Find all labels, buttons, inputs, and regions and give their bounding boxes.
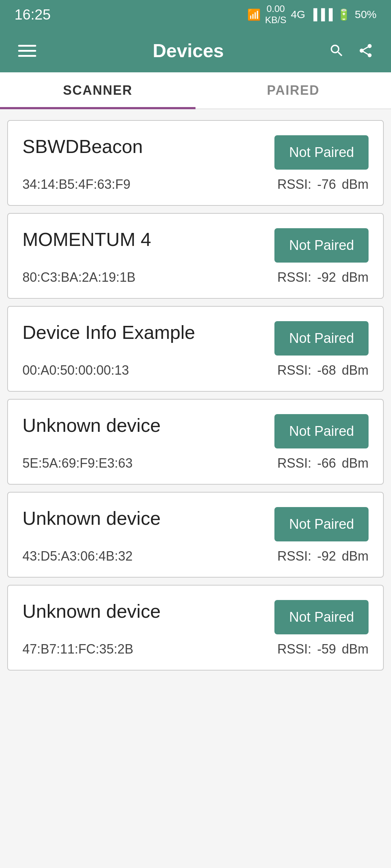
device-card: Unknown device Not Paired 43:D5:A3:06:4B…: [7, 492, 384, 578]
battery-icon: 🔋: [337, 8, 350, 21]
signal-icon: 4G: [291, 8, 305, 21]
device-rssi: RSSI: -59 dBm: [277, 642, 369, 657]
device-card-bottom: 47:B7:11:FC:35:2B RSSI: -59 dBm: [22, 642, 369, 657]
device-card-top: Unknown device Not Paired: [22, 414, 369, 448]
device-card-top: MOMENTUM 4 Not Paired: [22, 228, 369, 263]
rssi-label: RSSI:: [277, 177, 311, 192]
hamburger-line-1: [18, 45, 36, 47]
rssi-label: RSSI:: [277, 456, 311, 471]
not-paired-button[interactable]: Not Paired: [274, 600, 369, 634]
device-name: Unknown device: [22, 414, 161, 437]
rssi-label: RSSI:: [277, 363, 311, 378]
battery-percent: 50%: [355, 8, 377, 21]
device-rssi: RSSI: -66 dBm: [277, 456, 369, 471]
device-name: Unknown device: [22, 600, 161, 622]
device-card: MOMENTUM 4 Not Paired 80:C3:BA:2A:19:1B …: [7, 213, 384, 299]
device-card-top: Unknown device Not Paired: [22, 600, 369, 634]
device-name: Device Info Example: [22, 321, 195, 344]
rssi-label: RSSI:: [277, 270, 311, 285]
not-paired-button[interactable]: Not Paired: [274, 228, 369, 263]
rssi-unit: dBm: [342, 642, 369, 657]
not-paired-button[interactable]: Not Paired: [274, 414, 369, 448]
rssi-value: -92: [317, 270, 336, 285]
device-rssi: RSSI: -76 dBm: [277, 177, 369, 192]
device-card-bottom: 34:14:B5:4F:63:F9 RSSI: -76 dBm: [22, 177, 369, 192]
status-icons: 📶 0.00KB/S 4G ▐▐▐ 🔋 50%: [247, 3, 377, 26]
device-list: SBWDBeacon Not Paired 34:14:B5:4F:63:F9 …: [0, 109, 391, 689]
device-mac: 5E:5A:69:F9:E3:63: [22, 456, 133, 471]
rssi-value: -59: [317, 642, 336, 657]
search-button[interactable]: [326, 40, 348, 61]
rssi-label: RSSI:: [277, 549, 311, 564]
device-card-bottom: 5E:5A:69:F9:E3:63 RSSI: -66 dBm: [22, 456, 369, 471]
device-mac: 00:A0:50:00:00:13: [22, 363, 129, 378]
device-mac: 47:B7:11:FC:35:2B: [22, 642, 133, 657]
device-card: SBWDBeacon Not Paired 34:14:B5:4F:63:F9 …: [7, 120, 384, 206]
device-mac: 80:C3:BA:2A:19:1B: [22, 270, 135, 285]
rssi-label: RSSI:: [277, 642, 311, 657]
device-mac: 43:D5:A3:06:4B:32: [22, 549, 133, 564]
not-paired-button[interactable]: Not Paired: [274, 321, 369, 356]
rssi-value: -76: [317, 177, 336, 192]
rssi-unit: dBm: [342, 549, 369, 564]
device-card-bottom: 80:C3:BA:2A:19:1B RSSI: -92 dBm: [22, 270, 369, 285]
device-card: Unknown device Not Paired 5E:5A:69:F9:E3…: [7, 399, 384, 485]
device-name: SBWDBeacon: [22, 135, 143, 158]
rssi-unit: dBm: [342, 363, 369, 378]
device-card-bottom: 43:D5:A3:06:4B:32 RSSI: -92 dBm: [22, 549, 369, 564]
share-icon: [358, 43, 374, 59]
hamburger-line-2: [18, 50, 36, 52]
rssi-value: -92: [317, 549, 336, 564]
device-mac: 34:14:B5:4F:63:F9: [22, 177, 130, 192]
hamburger-line-3: [18, 55, 36, 57]
signal-bars-icon: ▐▐▐: [310, 8, 333, 21]
rssi-unit: dBm: [342, 270, 369, 285]
tab-paired[interactable]: PAIRED: [196, 72, 391, 109]
page-title: Devices: [51, 40, 326, 61]
status-bar: 16:25 📶 0.00KB/S 4G ▐▐▐ 🔋 50%: [0, 0, 391, 29]
app-bar-actions: [326, 40, 377, 61]
device-card-top: SBWDBeacon Not Paired: [22, 135, 369, 170]
bluetooth-icon: 📶: [247, 8, 261, 21]
not-paired-button[interactable]: Not Paired: [274, 507, 369, 541]
rssi-unit: dBm: [342, 456, 369, 471]
device-card: Device Info Example Not Paired 00:A0:50:…: [7, 306, 384, 392]
device-card: Unknown device Not Paired 47:B7:11:FC:35…: [7, 585, 384, 671]
device-card-top: Unknown device Not Paired: [22, 507, 369, 541]
device-card-top: Device Info Example Not Paired: [22, 321, 369, 356]
device-rssi: RSSI: -92 dBm: [277, 270, 369, 285]
device-rssi: RSSI: -92 dBm: [277, 549, 369, 564]
menu-button[interactable]: [14, 41, 40, 60]
rssi-value: -68: [317, 363, 336, 378]
share-button[interactable]: [355, 40, 377, 61]
network-speed: 0.00KB/S: [265, 3, 286, 26]
tab-scanner[interactable]: SCANNER: [0, 72, 196, 109]
rssi-value: -66: [317, 456, 336, 471]
status-time: 16:25: [14, 7, 51, 23]
search-icon: [329, 43, 345, 59]
rssi-unit: dBm: [342, 177, 369, 192]
device-card-bottom: 00:A0:50:00:00:13 RSSI: -68 dBm: [22, 363, 369, 378]
not-paired-button[interactable]: Not Paired: [274, 135, 369, 170]
tabs: SCANNER PAIRED: [0, 72, 391, 109]
app-bar: Devices: [0, 29, 391, 72]
device-name: Unknown device: [22, 507, 161, 529]
device-name: MOMENTUM 4: [22, 228, 151, 251]
device-rssi: RSSI: -68 dBm: [277, 363, 369, 378]
